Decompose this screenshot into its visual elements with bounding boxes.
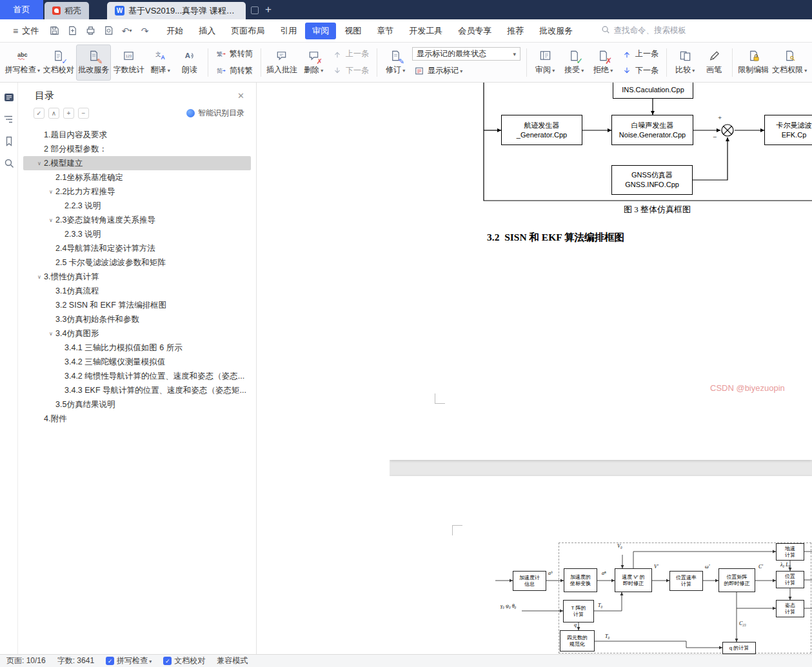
prev-comment-label: 上一条 (346, 48, 369, 59)
diagram-box-q-calc: q 的计算 (722, 642, 756, 654)
tab-preview-icon[interactable] (251, 6, 259, 14)
outline-panel-icon[interactable] (3, 114, 15, 125)
doc-proofread-status[interactable]: ✓ 文档校对 (163, 655, 205, 666)
chevron-down-icon[interactable]: ∨ (46, 331, 55, 337)
markup-state-select[interactable]: 显示标记的最终状态 (412, 47, 520, 61)
close-icon[interactable]: ✕ (237, 91, 244, 101)
menu-item-推荐[interactable]: 推荐 (500, 23, 531, 39)
toc-item[interactable]: 2 部分模型参数： (23, 142, 251, 156)
prev-change-button[interactable]: 上一条 (620, 47, 660, 61)
toc-item[interactable]: ∨2.模型建立 (23, 156, 251, 170)
print-preview-icon[interactable] (103, 25, 114, 36)
toc-item[interactable]: 3.4.2 三轴陀螺仪测量模拟值 (23, 355, 251, 369)
toc-item[interactable]: 3.1仿真流程 (23, 284, 251, 298)
menu-item-开发工具[interactable]: 开发工具 (402, 23, 450, 39)
chevron-down-icon[interactable]: ∨ (46, 189, 55, 195)
spell-check-button[interactable]: abc 拼写检查 (4, 45, 41, 81)
read-aloud-button[interactable]: A 朗读 (175, 45, 204, 81)
toc-item[interactable]: 2.5 卡尔曼滤波滤波参数和矩阵 (23, 255, 251, 270)
toc-item[interactable]: ∨2.2比力方程推导 (23, 184, 251, 199)
menu-item-视图[interactable]: 视图 (337, 23, 368, 39)
menu-item-批改服务[interactable]: 批改服务 (532, 23, 580, 39)
menu-item-会员专享[interactable]: 会员专享 (451, 23, 499, 39)
writer-doc-icon: W (115, 6, 124, 15)
menu-item-引用[interactable]: 引用 (273, 23, 304, 39)
word-count-icon: 123 (123, 50, 135, 63)
reject-button[interactable]: ✗ 拒绝 (589, 45, 617, 81)
toc-item[interactable]: 2.4导航算法和定姿计算方法 (23, 241, 251, 255)
tab-document-label: 基于VS2019...真导弹 课程论文 (128, 5, 238, 17)
show-markup-button[interactable]: 显示标记 (412, 64, 520, 77)
toc-item[interactable]: 1.题目内容及要求 (23, 128, 251, 142)
toc-item[interactable]: 3.4.1 三轴比力模拟值如图 6 所示 (23, 341, 251, 355)
document-page-1[interactable]: INS.Caculation.Cpp航迹发生器_Generator.Cpp白噪声… (390, 83, 812, 460)
restrict-edit-button[interactable]: 限制编辑 (737, 45, 770, 81)
word-count-indicator[interactable]: 字数: 3641 (57, 655, 94, 666)
toc-item[interactable]: 3.4.2 纯惯性导航计算的位置、速度和姿态（姿态... (23, 369, 251, 383)
toc-item[interactable]: ∨3.惯性仿真计算 (23, 270, 251, 284)
diagram-box-accel-transform: 加速度的坐标变换 (564, 568, 597, 592)
toc-panel-icon[interactable] (3, 92, 15, 103)
toc-item[interactable]: 2.2.3 说明 (23, 199, 251, 213)
page-indicator[interactable]: 页面: 10/16 (6, 655, 46, 666)
toc-item[interactable]: 2.3.3 说明 (23, 227, 251, 241)
insert-comment-button[interactable]: 插入批注 (265, 45, 299, 81)
toc-item[interactable]: 4.附件 (23, 412, 251, 426)
ink-button[interactable]: 画笔 (700, 45, 728, 81)
export-icon[interactable] (67, 25, 78, 36)
save-icon[interactable] (49, 25, 60, 36)
trad-to-simp-button[interactable]: 繁 繁转简 (214, 47, 255, 61)
toc-item[interactable]: 3.5仿真结果说明 (23, 397, 251, 412)
toc-item-label: 3.4.1 三轴比力模拟值如图 6 所示 (64, 343, 183, 353)
toc-item[interactable]: 3.2 SISN 和 EKF 算法编排框图 (23, 298, 251, 312)
collapse-all-icon[interactable]: ∧ (48, 108, 59, 119)
toc-item[interactable]: ∨3.4仿真图形 (23, 326, 251, 341)
doc-proofread-button[interactable]: ✓ 文档校对 (42, 45, 75, 81)
delete-comment-button[interactable]: ✗ 删除 (299, 45, 328, 81)
chevron-down-icon[interactable]: ∨ (35, 161, 44, 166)
toc-select-icon[interactable]: ✓ (34, 108, 45, 119)
toc-item[interactable]: ∨2.3姿态旋转角速度关系推导 (23, 213, 251, 227)
word-count-button[interactable]: 123 字数统计 (112, 45, 145, 81)
menu-item-审阅[interactable]: 审阅 (305, 23, 336, 39)
chevron-down-icon[interactable]: ∨ (46, 217, 55, 223)
search-panel-icon[interactable] (3, 157, 15, 169)
spell-check-status[interactable]: ✓ 拼写检查 (106, 655, 152, 666)
new-tab-button[interactable]: + (265, 3, 272, 16)
expand-all-icon[interactable]: + (63, 108, 74, 119)
menu-item-页面布局[interactable]: 页面布局 (224, 23, 272, 39)
next-comment-button[interactable]: 下一条 (330, 64, 371, 77)
toc-item[interactable]: 2.1坐标系基准确定 (23, 170, 251, 184)
doc-permission-button[interactable]: 文档权限 (771, 45, 808, 81)
smart-toc-label: 智能识别目录 (198, 108, 244, 119)
simp-to-trad-button[interactable]: 简 简转繁 (214, 64, 255, 77)
translate-button[interactable]: 文A 翻译 (146, 45, 175, 81)
menu-item-章节[interactable]: 章节 (370, 23, 401, 39)
chevron-down-icon[interactable]: ∨ (35, 274, 44, 280)
command-search[interactable]: 查找命令、搜索模板 (601, 25, 687, 36)
menu-item-开始[interactable]: 开始 (159, 23, 190, 39)
tab-docer[interactable]: 稻壳 (45, 2, 89, 19)
track-changes-button[interactable]: ✎ 修订 (381, 45, 410, 81)
prev-comment-button[interactable]: 上一条 (330, 47, 371, 61)
bookmark-panel-icon[interactable] (3, 135, 15, 147)
next-comment-label: 下一条 (346, 65, 369, 76)
menu-item-插入[interactable]: 插入 (192, 23, 223, 39)
undo-icon[interactable]: ↶ (121, 25, 132, 36)
smart-toc-button[interactable]: 智能识别目录 (186, 108, 244, 119)
collapse-level-icon[interactable]: − (78, 108, 89, 119)
toc-item[interactable]: 3.4.3 EKF 导航计算的位置、速度和姿态（姿态矩... (23, 383, 251, 397)
document-page-2[interactable]: 加速度计信息加速度的坐标变换速度 V′ 的即时修正位置速率计算位置矩阵的即时修正… (390, 476, 812, 654)
accept-button[interactable]: ✓ 接受 (560, 45, 588, 81)
tab-document[interactable]: W 基于VS2019...真导弹 课程论文 (107, 2, 246, 19)
ink-label: 画笔 (706, 65, 722, 75)
compare-button[interactable]: 比较 (671, 45, 699, 81)
grading-service-button[interactable]: ✎ 批改服务 (76, 45, 111, 81)
tab-home[interactable]: 首页 (0, 0, 43, 19)
review-pane-button[interactable]: 审阅 (531, 45, 559, 81)
next-change-button[interactable]: 下一条 (620, 64, 660, 77)
redo-icon[interactable]: ↷ (139, 25, 150, 36)
print-icon[interactable] (85, 25, 96, 36)
file-menu-button[interactable]: ≡ 文件 (6, 23, 45, 39)
toc-item[interactable]: 3.3仿真初始条件和参数 (23, 312, 251, 326)
